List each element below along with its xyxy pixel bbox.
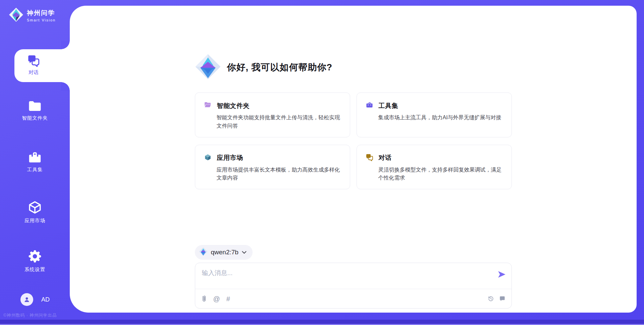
sidebar-item-chat[interactable]: 对话 [14,49,70,82]
avatar [20,293,33,306]
chevron-down-icon [242,251,247,254]
card-title: 智能文件夹 [217,102,250,110]
cube-icon [28,200,42,214]
user-initials: AD [41,296,50,303]
card-description: 智能文件夹功能支持批量文件上传与清洗，轻松实现文件问答 [217,114,341,130]
card-toolset[interactable]: 工具集 集成市场上主流工具，助力AI与外界无缝扩展与对接 [357,92,512,137]
briefcase-icon [366,101,373,110]
chat-icon [366,153,373,162]
card-title: 工具集 [379,102,398,110]
send-icon [497,270,506,278]
brand-diamond-logo-sidebar [9,7,23,23]
sidebar-item-toolset[interactable]: 工具集 [0,151,70,173]
person-icon [23,296,31,303]
message-composer: @ # [195,263,512,309]
page-bottom-strip [0,320,644,324]
history-button[interactable] [488,296,494,302]
copyright-text: ©神州数码 · 神州问学出品 [3,313,57,318]
attach-file-button[interactable] [201,295,207,303]
card-description: 灵活切换多模型文件，支持多样回复效果调试，满足个性化需求 [378,166,503,183]
sidebar-item-label: 应用市场 [24,217,45,224]
app-subtitle: Smart Vision [27,18,56,22]
card-smart-folder[interactable]: 智能文件夹 智能文件夹功能支持批量文件上传与清洗，轻松实现文件问答 [195,92,350,137]
topic-hash-icon[interactable]: # [226,296,230,302]
model-name: qwen2:7b [211,249,238,256]
user-account[interactable]: AD [20,293,50,306]
sidebar-item-label: 工具集 [27,167,43,173]
send-button[interactable] [497,270,506,279]
chat-square-icon [499,296,505,302]
brand-diamond-logo-large [195,54,221,81]
composer-toolbar: @ # [195,289,512,308]
brand-diamond-logo-small [199,247,208,257]
blocks-icon [204,153,212,162]
sidebar-item-app-market[interactable]: 应用市场 [0,200,70,224]
sidebar-item-label: 对话 [29,69,39,76]
model-selector[interactable]: qwen2:7b [195,245,253,260]
sidebar: 神州问学 Smart Vision 对话 智能文件夹 工具集 [0,0,70,325]
greeting-block: 你好, 我可以如何帮助你? [195,54,512,81]
sidebar-item-label: 系统设置 [24,266,45,273]
toolbox-icon [28,151,42,164]
history-icon [488,296,494,302]
paperclip-icon [201,295,207,303]
sidebar-item-settings[interactable]: 系统设置 [0,249,70,273]
message-input[interactable] [195,263,457,287]
card-description: 应用市场提供丰富长文本模板，助力高效生成多样化文章内容 [217,166,341,183]
new-chat-button[interactable] [499,296,505,302]
chat-home-content: 你好, 我可以如何帮助你? 智能文件夹 智能文件夹功能支持批量文件上传与清洗，轻… [195,54,512,309]
app-logo: 神州问学 Smart Vision [9,7,56,23]
card-chat[interactable]: 对话 灵活切换多模型文件，支持多样回复效果调试，满足个性化需求 [357,145,512,190]
card-app-market[interactable]: 应用市场 应用市场提供丰富长文本模板，助力高效生成多样化文章内容 [195,145,350,190]
sidebar-item-smart-folder[interactable]: 智能文件夹 [0,101,70,121]
model-selector-row: qwen2:7b [195,245,512,260]
sidebar-item-label: 智能文件夹 [22,115,48,121]
folder-icon [28,101,42,112]
card-description: 集成市场上主流工具，助力AI与外界无缝扩展与对接 [378,114,503,122]
main-panel: 你好, 我可以如何帮助你? 智能文件夹 智能文件夹功能支持批量文件上传与清洗，轻… [70,6,637,313]
chat-icon [27,54,40,67]
feature-cards: 智能文件夹 智能文件夹功能支持批量文件上传与清洗，轻松实现文件问答 工具集 [195,92,512,189]
gear-icon [28,249,42,263]
mention-icon[interactable]: @ [213,296,220,302]
card-title: 应用市场 [217,153,243,162]
folder-open-icon [204,101,212,110]
app-name: 神州问学 [27,9,56,17]
card-title: 对话 [379,153,392,162]
greeting-text: 你好, 我可以如何帮助你? [227,61,333,73]
